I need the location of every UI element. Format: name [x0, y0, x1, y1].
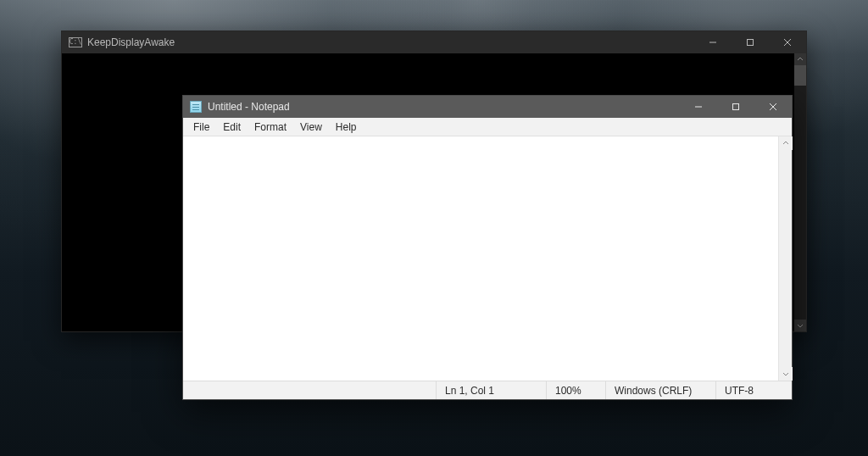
status-spacer — [183, 381, 436, 399]
notepad-statusbar: Ln 1, Col 1 100% Windows (CRLF) UTF-8 — [183, 381, 792, 399]
close-button[interactable] — [754, 96, 792, 118]
menu-view[interactable]: View — [293, 120, 329, 135]
status-zoom: 100% — [546, 381, 605, 399]
chevron-down-icon — [782, 370, 789, 377]
minimize-button[interactable] — [694, 31, 732, 53]
status-cursor-position: Ln 1, Col 1 — [436, 381, 546, 399]
notepad-menubar: File Edit Format View Help — [183, 118, 792, 136]
status-line-ending: Windows (CRLF) — [605, 381, 715, 399]
scroll-up-button[interactable] — [779, 136, 793, 150]
notepad-editor-area — [183, 136, 792, 381]
chevron-up-icon — [782, 140, 789, 147]
scroll-thumb[interactable] — [794, 65, 806, 86]
notepad-icon — [190, 101, 202, 113]
chevron-up-icon — [797, 56, 804, 63]
menu-format[interactable]: Format — [248, 120, 293, 135]
keepdisplayawake-titlebar[interactable]: C:\ KeepDisplayAwake — [62, 31, 806, 53]
scroll-down-button[interactable] — [794, 320, 806, 331]
maximize-icon — [746, 38, 754, 47]
scrollbar[interactable] — [794, 53, 806, 331]
scroll-down-button[interactable] — [779, 367, 793, 381]
notepad-window[interactable]: Untitled - Notepad File Edit Format View… — [182, 95, 793, 400]
chevron-down-icon — [797, 322, 804, 329]
minimize-icon — [694, 103, 703, 111]
scroll-up-button[interactable] — [794, 53, 806, 65]
maximize-button[interactable] — [717, 96, 754, 118]
maximize-button[interactable] — [732, 31, 769, 53]
notepad-titlebar[interactable]: Untitled - Notepad — [183, 96, 792, 118]
minimize-button[interactable] — [680, 96, 717, 118]
close-icon — [769, 103, 777, 111]
keepdisplayawake-title: KeepDisplayAwake — [87, 36, 175, 48]
minimize-icon — [709, 38, 717, 47]
notepad-editor[interactable] — [183, 136, 792, 381]
desktop-background: C:\ KeepDisplayAwake — [0, 0, 868, 456]
close-icon — [783, 38, 792, 47]
menu-file[interactable]: File — [186, 120, 216, 135]
svg-rect-0 — [748, 40, 754, 46]
close-button[interactable] — [769, 31, 806, 53]
notepad-title: Untitled - Notepad — [208, 101, 290, 113]
console-icon: C:\ — [69, 37, 82, 47]
menu-edit[interactable]: Edit — [216, 120, 248, 135]
scrollbar[interactable] — [778, 136, 792, 381]
svg-rect-1 — [733, 104, 739, 110]
menu-help[interactable]: Help — [329, 120, 364, 135]
status-encoding: UTF-8 — [715, 381, 792, 399]
maximize-icon — [732, 103, 740, 111]
